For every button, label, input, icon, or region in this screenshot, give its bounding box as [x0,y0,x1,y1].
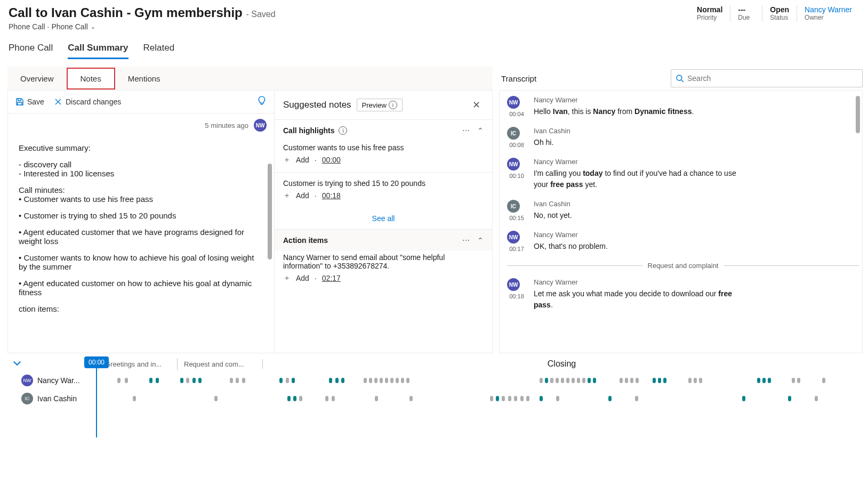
voice-blip [496,396,499,401]
speaker-avatar: NW [507,231,520,244]
voice-blip [385,378,388,383]
search-icon [676,74,684,83]
note-author-avatar: NW [254,119,267,132]
preview-button[interactable]: Preview i [357,99,403,111]
priority-value: Normal [697,5,722,14]
tab-call-summary[interactable]: Call Summary [68,43,128,59]
transcript-section-divider: Request and complaint [507,262,859,270]
voice-blip [325,396,328,401]
voice-blip [797,378,800,383]
tab-phone-call[interactable]: Phone Call [9,43,53,59]
owner-link[interactable]: Nancy Warner [805,5,852,14]
record-type-selector[interactable]: Phone Call [51,22,88,31]
collapse-timeline-chevron[interactable] [12,358,22,370]
voice-blip [133,396,136,401]
subtab-mentions[interactable]: Mentions [115,69,173,88]
add-button[interactable]: Add [296,274,309,282]
voice-blip [236,378,239,383]
transcript-row[interactable]: NW00:10Nancy WarnerI'm calling you today… [507,158,859,190]
transcript-search[interactable] [671,69,863,87]
segment-greetings[interactable]: Greetings and in... [98,358,177,370]
voice-blip [390,378,393,383]
suggested-notes-title: Suggested notes [283,100,351,110]
voice-blip [186,378,189,383]
plus-icon[interactable]: ＋ [283,155,291,165]
close-icon [54,98,62,106]
notes-editor[interactable]: Executive summary: - discovery call - In… [8,137,274,345]
voice-blip [526,396,529,401]
transcript-row[interactable]: NW00:04Nancy WarnerHello Ivan, this is N… [507,96,859,117]
voice-blip [341,378,344,383]
timestamp-link[interactable]: 00:00 [322,156,341,164]
close-suggested-button[interactable]: ✕ [469,97,484,113]
subtab-overview[interactable]: Overview [7,69,67,88]
info-icon[interactable]: i [339,126,347,135]
priority-label: Priority [697,14,722,21]
add-button[interactable]: Add [296,191,309,200]
transcript-row[interactable]: NW00:18Nancy WarnerLet me ask you what m… [507,278,859,311]
tab-related[interactable]: Related [143,43,175,59]
save-button[interactable]: Save [15,98,44,106]
discard-button[interactable]: Discard changes [54,98,121,106]
voice-blip [299,396,302,401]
voice-blip [593,378,596,383]
voice-blip [180,378,183,383]
chevron-down-icon[interactable]: ⌄ [91,23,96,30]
chevron-up-icon[interactable]: ⌃ [477,126,484,135]
voice-blip [636,378,639,383]
transcript-row[interactable]: IC00:15Ivan CashinNo, not yet. [507,200,859,221]
voice-blip [582,378,585,383]
segment-closing[interactable]: Closing [262,359,861,369]
voice-blip [663,378,666,383]
scrollbar[interactable] [856,96,860,133]
see-all-link[interactable]: See all [275,208,492,229]
voice-blip [822,378,825,383]
transcript-list: NW00:04Nancy WarnerHello Ivan, this is N… [499,90,863,353]
voice-blip [556,378,559,383]
voice-blip [566,378,569,383]
voice-blip [815,396,818,401]
status-value: Open [770,5,789,14]
utterance-time: 00:17 [507,246,526,252]
subtab-notes[interactable]: Notes [67,68,115,90]
add-button[interactable]: Add [296,156,309,164]
voice-blip [699,378,702,383]
chevron-up-icon[interactable]: ⌃ [477,236,484,245]
plus-icon[interactable]: ＋ [283,191,291,200]
section-call-highlights: Call highlights [283,126,334,135]
lightbulb-icon[interactable] [257,96,267,108]
transcript-row[interactable]: NW00:17Nancy WarnerOK, that's no problem… [507,231,859,252]
voice-blip [620,378,623,383]
due-value: --- [738,5,754,14]
speaker-avatar: IC [507,200,520,213]
more-icon[interactable]: ⋯ [462,236,470,245]
voice-track-nancy[interactable] [96,378,861,383]
voice-blip [332,396,335,401]
transcript-title: Transcript [499,74,536,83]
transcript-row[interactable]: IC00:08Ivan CashinOh hi. [507,127,859,148]
avatar: NW [21,375,33,386]
owner-label: Owner [805,14,852,21]
voice-blip [762,378,766,383]
info-icon: i [389,101,397,109]
voice-blip [658,378,661,383]
utterance-text: No, not yet. [534,210,572,221]
timestamp-link[interactable]: 02:17 [322,274,341,282]
search-input[interactable] [687,74,858,83]
svg-point-0 [677,75,682,80]
voice-blip [375,396,378,401]
timestamp-link[interactable]: 00:18 [322,191,341,200]
voice-blip [768,378,771,383]
segment-request[interactable]: Request and com... [177,358,262,370]
scrollbar[interactable] [268,164,272,259]
status-label: Status [770,14,789,21]
speaker-name: Nancy Warner [534,231,608,239]
voice-blip [514,396,517,401]
more-icon[interactable]: ⋯ [462,126,470,135]
voice-blip [540,396,543,401]
voice-blip [688,378,692,383]
voice-blip [364,378,367,383]
utterance-text: Hello Ivan, this is Nancy from Dynamic f… [534,106,694,117]
voice-track-ivan[interactable] [96,396,861,401]
plus-icon[interactable]: ＋ [283,273,291,283]
